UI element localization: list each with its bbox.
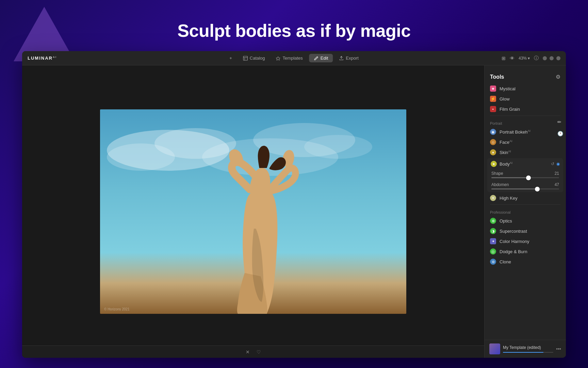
template-progress-fill (503, 352, 543, 353)
glow-icon: ⚡ (490, 96, 496, 102)
close-button[interactable] (556, 56, 560, 60)
optics-tool[interactable]: ⊕ Optics (485, 216, 566, 226)
minimize-button[interactable] (543, 56, 547, 60)
app-logo: LUMINARAI (28, 56, 57, 61)
template-info: My Template (edited) (503, 345, 553, 353)
skin-tool[interactable]: ♦ SkinAI (485, 147, 566, 157)
general-tools: ★ Mystical ⚡ Glow ▪ Film Grain (485, 83, 566, 114)
divider-1 (490, 116, 560, 116)
eye-icon[interactable]: 👁 (510, 56, 514, 61)
info-icon[interactable]: ⓘ (534, 55, 539, 61)
color-harmony-icon: ✦ (490, 238, 496, 244)
optics-label: Optics (500, 218, 512, 224)
body-reset-button[interactable]: ↺ (551, 162, 554, 166)
templates-icon (276, 56, 281, 61)
template-menu-button[interactable]: ••• (556, 346, 561, 352)
window-controls (543, 56, 560, 60)
abdomen-slider-track[interactable] (491, 188, 559, 189)
clone-label: Clone (500, 259, 511, 264)
dodge-burn-icon: ◎ (490, 248, 496, 255)
skin-icon: ♦ (490, 149, 496, 155)
zoom-button[interactable]: 43% ▾ (519, 56, 530, 61)
bottom-bar: ✕ ♡ (22, 346, 484, 358)
abdomen-slider-fill (491, 188, 537, 189)
edit-icon (314, 56, 318, 61)
shape-slider-track[interactable] (491, 177, 559, 178)
color-harmony-tool[interactable]: ✦ Color Harmony (485, 236, 566, 246)
maximize-button[interactable] (550, 56, 554, 60)
professional-section-label: Professional (485, 206, 566, 216)
template-thumbnail (489, 343, 500, 354)
panel-title: Tools (490, 74, 504, 80)
face-icon: ☺ (490, 139, 496, 145)
svg-point-9 (202, 138, 338, 176)
layout-icon[interactable]: ⊞ (502, 56, 506, 61)
supercontrast-tool[interactable]: ◑ Supercontrast (485, 226, 566, 236)
panel-header: Tools ⚙ (485, 69, 566, 83)
abdomen-slider-row: Abdomen 47 (487, 181, 563, 192)
right-panel: Tools ⚙ ✏ 🕐 ★ Mystical ⚡ Glow (484, 65, 566, 358)
templates-button[interactable]: Templates (271, 54, 308, 62)
history-icon[interactable]: 🕐 (557, 131, 563, 136)
face-tool[interactable]: ☺ FaceAI (485, 137, 566, 147)
body-header-left: ★ BodyAI (491, 161, 512, 167)
glow-label: Glow (500, 96, 510, 102)
add-button[interactable]: + (225, 54, 237, 62)
photo-svg (100, 109, 406, 314)
supercontrast-label: Supercontrast (500, 229, 527, 234)
portrait-section-label: Portrait (485, 117, 566, 127)
mystical-tool[interactable]: ★ Mystical (485, 83, 566, 94)
template-progress-track (503, 352, 553, 353)
main-content: © Horizons 2021 ✕ ♡ Tools ⚙ (22, 65, 566, 358)
skin-label: SkinAI (500, 150, 511, 155)
high-key-icon: ☀ (490, 195, 496, 201)
body-actions: ↺ ◉ (551, 162, 560, 166)
mystical-icon: ★ (490, 86, 496, 92)
body-icon: ★ (491, 161, 497, 167)
shape-slider-thumb[interactable] (526, 175, 531, 180)
template-name: My Template (edited) (503, 345, 553, 350)
face-label: FaceAI (500, 139, 512, 145)
abdomen-slider-thumb[interactable] (535, 187, 540, 191)
dodge-burn-tool[interactable]: ◎ Dodge & Burn (485, 246, 566, 257)
panel-settings-icon[interactable]: ⚙ (556, 74, 560, 80)
delete-icon[interactable]: ✕ (246, 349, 250, 355)
high-key-tool[interactable]: ☀ High Key (485, 193, 566, 203)
pen-icon[interactable]: ✏ (557, 119, 563, 125)
edit-button[interactable]: Edit (309, 54, 333, 62)
abdomen-label-row: Abdomen 47 (491, 182, 559, 187)
favorite-icon[interactable]: ♡ (257, 349, 261, 355)
dodge-burn-label: Dodge & Burn (500, 249, 527, 254)
clone-tool[interactable]: ⊛ Clone (485, 257, 566, 267)
portrait-bokeh-tool[interactable]: ◉ Portrait BokehAI (485, 127, 566, 137)
abdomen-value: 47 (555, 182, 559, 187)
app-window: LUMINARAI + Catalog Templates (22, 51, 566, 358)
title-bar-right: ⊞ 👁 43% ▾ ⓘ (502, 55, 560, 61)
shape-slider-fill (491, 177, 528, 178)
color-harmony-label: Color Harmony (500, 239, 529, 244)
export-button[interactable]: Export (334, 54, 363, 62)
shape-value: 21 (555, 171, 559, 176)
shape-label-row: Shape 21 (491, 171, 559, 176)
body-label: BodyAI (500, 161, 512, 167)
canvas-area: © Horizons 2021 ✕ ♡ (22, 65, 484, 358)
film-grain-tool[interactable]: ▪ Film Grain (485, 104, 566, 114)
title-bar-nav: + Catalog Templates Edit (225, 54, 363, 62)
glow-tool[interactable]: ⚡ Glow (485, 94, 566, 104)
template-bar: My Template (edited) ••• (485, 340, 566, 358)
abdomen-label: Abdomen (491, 182, 509, 187)
clone-icon: ⊛ (490, 259, 496, 265)
professional-tools: ⊕ Optics ◑ Supercontrast ✦ Color Harmony… (485, 216, 566, 267)
film-grain-icon: ▪ (490, 106, 496, 112)
portrait-bokeh-label: Portrait BokehAI (500, 129, 530, 135)
svg-rect-0 (243, 56, 247, 60)
portrait-tools: ◉ Portrait BokehAI ☺ FaceAI ♦ SkinAI (485, 127, 566, 157)
svg-point-6 (107, 143, 175, 171)
body-toggle-button[interactable]: ◉ (556, 162, 560, 166)
shape-slider-row: Shape 21 (487, 170, 563, 181)
catalog-button[interactable]: Catalog (238, 54, 270, 62)
title-bar: LUMINARAI + Catalog Templates (22, 51, 566, 65)
body-header[interactable]: ★ BodyAI ↺ ◉ (487, 158, 563, 170)
mystical-label: Mystical (500, 86, 516, 91)
supercontrast-icon: ◑ (490, 228, 496, 234)
